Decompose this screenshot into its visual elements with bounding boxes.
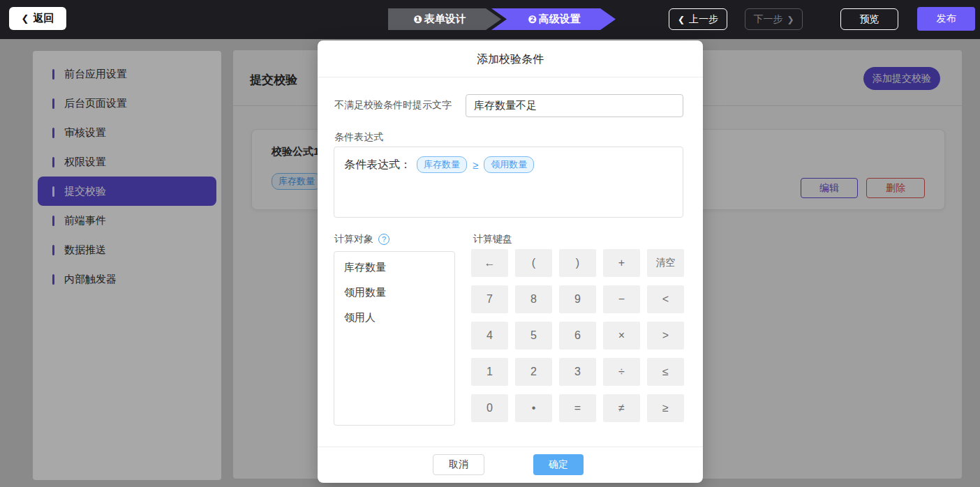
step-1-number-icon: ❶ bbox=[413, 13, 422, 26]
step-1-label: 表单设计 bbox=[424, 13, 466, 26]
key-multiply[interactable]: × bbox=[603, 322, 640, 350]
key-5[interactable]: 5 bbox=[515, 322, 552, 350]
step-2-number-icon: ❷ bbox=[528, 13, 537, 26]
tip-text-input[interactable] bbox=[466, 94, 683, 117]
next-step-button[interactable]: 下一步 ❯ bbox=[745, 8, 803, 30]
step-form-design[interactable]: ❶ 表单设计 bbox=[388, 8, 501, 30]
key-1[interactable]: 1 bbox=[471, 358, 508, 386]
expression-section-label: 条件表达式 bbox=[334, 131, 383, 144]
step-advanced-settings[interactable]: ❷ 高级设置 bbox=[491, 8, 616, 30]
key-equals[interactable]: = bbox=[559, 394, 596, 422]
step-indicator: ❶ 表单设计 ❷ 高级设置 bbox=[388, 8, 618, 30]
expression-line: 条件表达式： 库存数量 ≥ 领用数量 bbox=[344, 156, 673, 173]
key-less-equal[interactable]: ≤ bbox=[647, 358, 684, 386]
calc-object-list: 库存数量 领用数量 领用人 bbox=[334, 251, 455, 426]
key-4[interactable]: 4 bbox=[471, 322, 508, 350]
key-3[interactable]: 3 bbox=[559, 358, 596, 386]
key-2[interactable]: 2 bbox=[515, 358, 552, 386]
expression-editor[interactable]: 条件表达式： 库存数量 ≥ 领用数量 bbox=[334, 147, 683, 218]
tip-text-label: 不满足校验条件时提示文字 bbox=[334, 99, 452, 112]
calc-objects-label: 计算对象 bbox=[334, 233, 373, 246]
key-divide[interactable]: ÷ bbox=[603, 358, 640, 386]
back-button-label: 返回 bbox=[33, 12, 54, 25]
key-8[interactable]: 8 bbox=[515, 285, 552, 313]
preview-button[interactable]: 预览 bbox=[840, 8, 898, 30]
modal-footer-divider bbox=[318, 447, 703, 447]
app-root: ❮ 返回 ❶ 表单设计 ❷ 高级设置 ❮ 上一步 下一步 ❯ 预览 发布 bbox=[0, 0, 980, 487]
key-dot[interactable]: • bbox=[515, 394, 552, 422]
list-item-claim-qty[interactable]: 领用数量 bbox=[334, 286, 454, 299]
confirm-button[interactable]: 确定 bbox=[533, 454, 584, 475]
preview-label: 预览 bbox=[860, 13, 879, 26]
add-validation-condition-modal: 添加校验条件 不满足校验条件时提示文字 条件表达式 条件表达式： 库存数量 ≥ … bbox=[318, 40, 703, 483]
step-2-label: 高级设置 bbox=[539, 13, 581, 26]
back-button[interactable]: ❮ 返回 bbox=[9, 7, 66, 30]
key-greater-equal[interactable]: ≥ bbox=[647, 394, 684, 422]
modal-title: 添加校验条件 bbox=[318, 52, 703, 67]
key-0[interactable]: 0 bbox=[471, 394, 508, 422]
chevron-left-icon: ❮ bbox=[678, 15, 685, 24]
list-item-claimer[interactable]: 领用人 bbox=[334, 311, 454, 324]
key-greater-than[interactable]: > bbox=[647, 322, 684, 350]
chevron-left-icon: ❮ bbox=[22, 13, 29, 24]
key-backspace[interactable]: ← bbox=[471, 249, 508, 277]
calc-objects-label-row: 计算对象 ? bbox=[334, 233, 389, 246]
calc-keyboard-label: 计算键盘 bbox=[473, 233, 512, 246]
key-7[interactable]: 7 bbox=[471, 285, 508, 313]
modal-header-divider bbox=[318, 77, 703, 77]
topbar: ❮ 返回 ❶ 表单设计 ❷ 高级设置 ❮ 上一步 下一步 ❯ 预览 发布 bbox=[0, 0, 980, 39]
publish-button[interactable]: 发布 bbox=[917, 7, 975, 31]
key-not-equal[interactable]: ≠ bbox=[603, 394, 640, 422]
help-icon[interactable]: ? bbox=[378, 234, 389, 245]
prev-step-label: 上一步 bbox=[689, 13, 718, 26]
prev-step-button[interactable]: ❮ 上一步 bbox=[669, 8, 727, 30]
next-step-label: 下一步 bbox=[753, 13, 782, 26]
field-tag-stock-qty[interactable]: 库存数量 bbox=[417, 156, 467, 173]
key-9[interactable]: 9 bbox=[559, 285, 596, 313]
calc-keypad: ← ( ) + 清空 7 8 9 − < 4 5 6 × > 1 2 3 ÷ ≤… bbox=[471, 249, 684, 422]
chevron-right-icon: ❯ bbox=[787, 15, 794, 24]
list-item-stock-qty[interactable]: 库存数量 bbox=[334, 261, 454, 274]
key-less-than[interactable]: < bbox=[647, 285, 684, 313]
expression-prefix: 条件表达式： bbox=[344, 158, 411, 172]
cancel-button[interactable]: 取消 bbox=[433, 454, 484, 475]
key-6[interactable]: 6 bbox=[559, 322, 596, 350]
field-tag-claim-qty[interactable]: 领用数量 bbox=[484, 156, 534, 173]
key-paren-open[interactable]: ( bbox=[515, 249, 552, 277]
key-clear[interactable]: 清空 bbox=[647, 249, 684, 277]
key-paren-close[interactable]: ) bbox=[559, 249, 596, 277]
operator-gte: ≥ bbox=[473, 159, 478, 171]
key-plus[interactable]: + bbox=[603, 249, 640, 277]
key-minus[interactable]: − bbox=[603, 285, 640, 313]
